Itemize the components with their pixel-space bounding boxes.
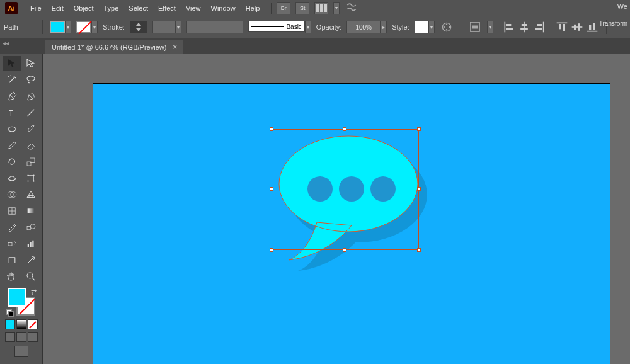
svg-rect-53	[9, 258, 14, 263]
draw-behind-icon[interactable]	[16, 332, 26, 342]
menu-help[interactable]: Help	[241, 2, 265, 14]
stock-icon[interactable]: St	[295, 2, 309, 14]
eyedropper-tool-icon[interactable]	[3, 220, 21, 235]
style-dropdown-icon[interactable]: ▾	[428, 21, 435, 33]
menu-select[interactable]: Select	[123, 2, 153, 14]
handle-se[interactable]	[417, 248, 421, 252]
graphic-style-swatch[interactable]	[415, 21, 428, 33]
svg-rect-9	[506, 28, 513, 30]
pencil-tool-icon[interactable]	[3, 138, 21, 153]
arrange-dropdown-icon[interactable]: ▾	[333, 2, 340, 14]
close-tab-icon[interactable]: ×	[173, 43, 177, 52]
draw-normal-icon[interactable]	[5, 332, 15, 342]
width-profile-dropdown-icon[interactable]: ▾	[175, 21, 181, 33]
scale-tool-icon[interactable]	[22, 154, 40, 169]
bridge-icon[interactable]: Br	[277, 2, 290, 14]
canvas-area[interactable]	[43, 54, 630, 364]
svg-point-3	[445, 29, 447, 31]
lasso-tool-icon[interactable]	[22, 72, 40, 88]
menu-effect[interactable]: Effect	[153, 2, 181, 14]
slice-tool-icon[interactable]	[22, 253, 40, 268]
curvature-tool-icon[interactable]	[22, 89, 40, 104]
menu-edit[interactable]: Edit	[47, 2, 69, 14]
transform-panel-label[interactable]: Transform	[597, 20, 630, 27]
align-hcenter-icon[interactable]	[517, 20, 531, 34]
menu-view[interactable]: View	[181, 2, 206, 14]
menu-object[interactable]: Object	[69, 2, 99, 14]
draw-inside-icon[interactable]	[28, 332, 38, 342]
artboard[interactable]	[93, 84, 610, 364]
align-top-icon[interactable]	[555, 20, 569, 34]
align-to-icon[interactable]	[468, 20, 482, 34]
stroke-weight-field[interactable]	[130, 21, 147, 33]
menu-window[interactable]: Window	[206, 2, 241, 14]
fill-dropdown-icon[interactable]: ▾	[65, 21, 71, 33]
type-tool-icon[interactable]: T	[3, 105, 21, 120]
artboard-tool-icon[interactable]	[3, 253, 21, 268]
width-tool-icon[interactable]	[3, 171, 21, 186]
tools-panel: T ⇄	[0, 54, 43, 364]
opacity-label: Opacity:	[316, 23, 341, 31]
svg-rect-18	[563, 24, 564, 31]
style-label: Style:	[392, 23, 410, 31]
svg-rect-11	[522, 24, 527, 26]
none-mode-icon[interactable]	[28, 319, 38, 329]
document-tab[interactable]: Untitled-1* @ 66.67% (RGB/Preview) ×	[45, 40, 183, 54]
handle-w[interactable]	[270, 187, 273, 191]
shape-builder-tool-icon[interactable]	[3, 187, 21, 202]
brush-selector[interactable]: Basic	[248, 21, 305, 32]
free-transform-tool-icon[interactable]	[22, 171, 40, 186]
collapse-panel-icon[interactable]: ◂◂	[3, 40, 9, 47]
screen-mode-icon[interactable]	[14, 346, 28, 357]
direct-selection-tool-icon[interactable]	[22, 56, 40, 71]
column-graph-tool-icon[interactable]	[22, 236, 40, 251]
brush-dropdown-icon[interactable]: ▾	[305, 21, 311, 33]
ellipse-tool-icon[interactable]	[3, 122, 21, 137]
menu-file[interactable]: File	[25, 2, 47, 14]
gradient-mode-icon[interactable]	[16, 319, 26, 329]
paintbrush-tool-icon[interactable]	[22, 122, 40, 137]
arrange-documents-icon[interactable]	[314, 2, 328, 14]
handle-sw[interactable]	[270, 248, 273, 252]
eraser-tool-icon[interactable]	[22, 138, 40, 153]
line-tool-icon[interactable]	[22, 105, 40, 120]
gpu-icon[interactable]	[345, 1, 358, 15]
handle-nw[interactable]	[270, 127, 273, 131]
brush-definition-preview[interactable]	[186, 21, 243, 33]
magic-wand-tool-icon[interactable]	[3, 72, 21, 88]
align-right-icon[interactable]	[532, 20, 546, 34]
stroke-dropdown-icon[interactable]: ▾	[91, 21, 98, 33]
opacity-dropdown-icon[interactable]: ▸	[381, 21, 387, 33]
perspective-tool-icon[interactable]	[22, 187, 40, 202]
align-vcenter-icon[interactable]	[570, 20, 584, 34]
align-left-icon[interactable]	[502, 20, 516, 34]
handle-ne[interactable]	[417, 127, 421, 131]
handle-n[interactable]	[343, 127, 346, 131]
variable-width-profile[interactable]	[152, 21, 175, 33]
swap-fill-stroke-icon[interactable]: ⇄	[31, 288, 37, 296]
fill-indicator-icon[interactable]	[8, 288, 26, 307]
handle-e[interactable]	[417, 187, 421, 191]
selection-bounding-box[interactable]	[272, 129, 419, 250]
mesh-tool-icon[interactable]	[3, 203, 21, 219]
opacity-field[interactable]: 100%	[346, 21, 381, 33]
menu-type[interactable]: Type	[99, 2, 124, 14]
rotate-tool-icon[interactable]	[3, 154, 21, 169]
fill-swatch[interactable]	[50, 21, 65, 33]
handle-s[interactable]	[343, 248, 346, 252]
align-to-dropdown-icon[interactable]: ▾	[487, 21, 493, 33]
stroke-swatch[interactable]	[76, 21, 91, 33]
selection-tool-icon[interactable]	[3, 56, 21, 71]
recolor-icon[interactable]	[440, 20, 454, 34]
app-logo-icon: Ai	[5, 2, 18, 14]
workspace-switcher[interactable]: We	[617, 3, 627, 10]
fill-stroke-indicator[interactable]: ⇄	[8, 288, 35, 316]
color-mode-icon[interactable]	[5, 319, 15, 329]
gradient-tool-icon[interactable]	[22, 203, 40, 219]
default-fill-stroke-icon[interactable]	[6, 309, 13, 316]
blend-tool-icon[interactable]	[22, 220, 40, 235]
hand-tool-icon[interactable]	[3, 269, 21, 284]
pen-tool-icon[interactable]	[3, 89, 21, 104]
symbol-sprayer-tool-icon[interactable]	[3, 236, 21, 251]
zoom-tool-icon[interactable]	[22, 269, 40, 284]
